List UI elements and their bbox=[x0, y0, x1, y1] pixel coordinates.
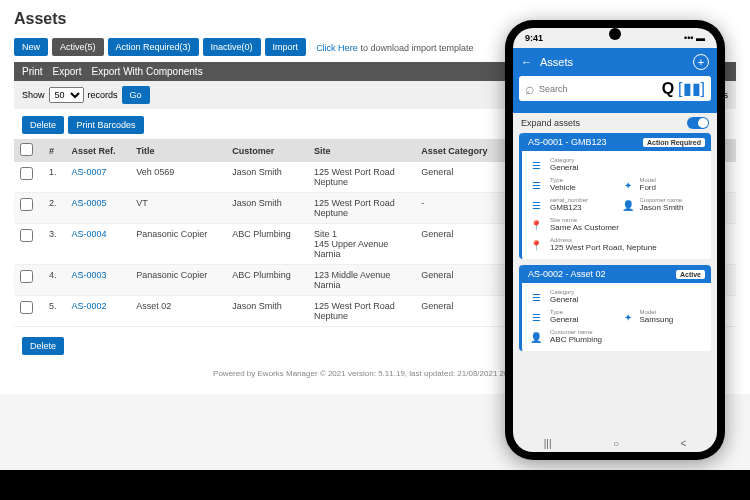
export-link[interactable]: Export bbox=[53, 66, 82, 77]
type-icon: ☰ bbox=[528, 177, 544, 193]
cell-category: General bbox=[415, 296, 505, 327]
import-template-link[interactable]: Click Here to download import template bbox=[310, 42, 473, 53]
cell-title: VT bbox=[130, 193, 226, 224]
asset-card[interactable]: AS-0001 - GMB123 Action Required ☰Catego… bbox=[519, 133, 711, 259]
asset-ref-link[interactable]: AS-0002 bbox=[71, 301, 106, 311]
row-checkbox[interactable] bbox=[20, 301, 33, 314]
cell-category: - bbox=[415, 193, 505, 224]
search-bar: ⌕ Q [▮▮] bbox=[519, 76, 711, 101]
asset-ref-link[interactable]: AS-0007 bbox=[71, 167, 106, 177]
row-checkbox[interactable] bbox=[20, 270, 33, 283]
row-checkbox[interactable] bbox=[20, 167, 33, 180]
export-components-link[interactable]: Export With Components bbox=[91, 66, 202, 77]
asset-card[interactable]: AS-0002 - Asset 02 Active ☰CategoryGener… bbox=[519, 265, 711, 351]
import-button[interactable]: Import bbox=[265, 38, 307, 56]
action-required-button[interactable]: Action Required(3) bbox=[108, 38, 199, 56]
new-button[interactable]: New bbox=[14, 38, 48, 56]
add-icon[interactable]: + bbox=[693, 54, 709, 70]
asset-ref-link[interactable]: AS-0005 bbox=[71, 198, 106, 208]
model-icon: ✦ bbox=[620, 309, 636, 325]
cell-title: Panasonic Copier bbox=[130, 224, 226, 265]
barcode-icon[interactable]: [▮▮] bbox=[678, 79, 705, 98]
cell-site: 123 Middle AvenueNarnia bbox=[308, 265, 415, 296]
select-all-checkbox[interactable] bbox=[20, 143, 33, 156]
col-title[interactable]: Title bbox=[130, 139, 226, 162]
cell-customer: Jason Smith bbox=[226, 296, 308, 327]
col-customer[interactable]: Customer bbox=[226, 139, 308, 162]
cell-num: 4. bbox=[43, 265, 66, 296]
cell-num: 3. bbox=[43, 224, 66, 265]
cell-customer: ABC Plumbing bbox=[226, 265, 308, 296]
inactive-button[interactable]: Inactive(0) bbox=[203, 38, 261, 56]
asset-ref-link[interactable]: AS-0004 bbox=[71, 229, 106, 239]
row-checkbox[interactable] bbox=[20, 198, 33, 211]
expand-label: Expand assets bbox=[521, 118, 580, 128]
category-icon: ☰ bbox=[528, 289, 544, 305]
cell-num: 2. bbox=[43, 193, 66, 224]
search-icon: ⌕ bbox=[525, 80, 535, 98]
status-badge: Active bbox=[676, 270, 705, 279]
cell-title: Asset 02 bbox=[130, 296, 226, 327]
serial-icon: ☰ bbox=[528, 197, 544, 213]
cell-num: 1. bbox=[43, 162, 66, 193]
col-num[interactable]: # bbox=[43, 139, 66, 162]
cell-customer: Jason Smith bbox=[226, 162, 308, 193]
cell-category: General bbox=[415, 224, 505, 265]
search-input[interactable] bbox=[539, 84, 658, 94]
app-header: ← Assets + bbox=[513, 48, 717, 76]
cell-category: General bbox=[415, 162, 505, 193]
phone-frame: 9:41 ••• ▬ ← Assets + ⌕ Q [▮▮] Expand as… bbox=[505, 20, 725, 460]
app-title: Assets bbox=[540, 56, 685, 68]
delete-bottom-button[interactable]: Delete bbox=[22, 337, 64, 355]
go-button[interactable]: Go bbox=[122, 86, 150, 104]
active-button[interactable]: Active(5) bbox=[52, 38, 104, 56]
status-icons: ••• ▬ bbox=[684, 33, 705, 43]
cell-customer: Jason Smith bbox=[226, 193, 308, 224]
cell-site: 125 West Port RoadNeptune bbox=[308, 162, 415, 193]
col-category[interactable]: Asset Category bbox=[415, 139, 505, 162]
search-action-icon[interactable]: Q bbox=[662, 80, 674, 98]
customer-icon: 👤 bbox=[620, 197, 636, 213]
cell-site: Site 1145 Upper AvenueNarnia bbox=[308, 224, 415, 265]
cell-title: Panasonic Copier bbox=[130, 265, 226, 296]
type-icon: ☰ bbox=[528, 309, 544, 325]
row-checkbox[interactable] bbox=[20, 229, 33, 242]
site-icon: 📍 bbox=[528, 217, 544, 233]
card-title: AS-0001 - GMB123 bbox=[528, 137, 607, 147]
cell-customer: ABC Plumbing bbox=[226, 224, 308, 265]
phone-notch bbox=[609, 28, 621, 40]
col-ref[interactable]: Asset Ref. bbox=[65, 139, 130, 162]
customer-icon: 👤 bbox=[528, 329, 544, 345]
nav-back-icon[interactable]: < bbox=[680, 438, 686, 449]
asset-ref-link[interactable]: AS-0003 bbox=[71, 270, 106, 280]
delete-top-button[interactable]: Delete bbox=[22, 116, 64, 134]
black-strip bbox=[0, 470, 750, 500]
expand-row: Expand assets bbox=[513, 113, 717, 133]
cell-title: Veh 0569 bbox=[130, 162, 226, 193]
status-badge: Action Required bbox=[643, 138, 705, 147]
nav-bar: ||| ○ < bbox=[513, 434, 717, 452]
category-icon: ☰ bbox=[528, 157, 544, 173]
card-title: AS-0002 - Asset 02 bbox=[528, 269, 606, 279]
col-site[interactable]: Site bbox=[308, 139, 415, 162]
print-barcodes-button[interactable]: Print Barcodes bbox=[68, 116, 143, 134]
cell-site: 125 West Port RoadNeptune bbox=[308, 296, 415, 327]
model-icon: ✦ bbox=[620, 177, 636, 193]
show-label: Show bbox=[22, 90, 45, 100]
back-icon[interactable]: ← bbox=[521, 56, 532, 68]
nav-home-icon[interactable]: ○ bbox=[613, 438, 619, 449]
cell-site: 125 West Port RoadNeptune bbox=[308, 193, 415, 224]
records-label: records bbox=[88, 90, 118, 100]
address-icon: 📍 bbox=[528, 237, 544, 253]
records-select[interactable]: 50 bbox=[49, 87, 84, 103]
print-link[interactable]: Print bbox=[22, 66, 43, 77]
cell-category: General bbox=[415, 265, 505, 296]
expand-toggle[interactable] bbox=[687, 117, 709, 129]
cell-num: 5. bbox=[43, 296, 66, 327]
status-time: 9:41 bbox=[525, 33, 543, 43]
nav-recent-icon[interactable]: ||| bbox=[544, 438, 552, 449]
